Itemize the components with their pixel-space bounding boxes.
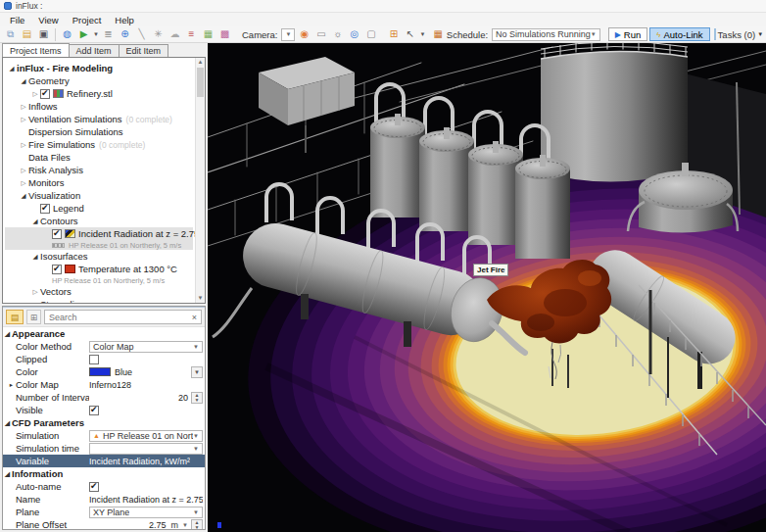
tree-item[interactable]: ▷Monitors [5, 176, 193, 189]
expander-closed-icon[interactable]: ▷ [30, 90, 40, 98]
tree-item[interactable]: ▷Risk Analysis [5, 164, 193, 176]
checkbox[interactable] [89, 355, 99, 364]
tree-item[interactable]: Data Files [5, 151, 193, 164]
expander-closed-icon[interactable]: ▷ [19, 116, 28, 123]
checkbox[interactable] [89, 406, 99, 415]
chevron-down-icon[interactable]: ▼ [182, 522, 188, 528]
categorized-view-button[interactable]: ▤ [6, 310, 24, 324]
info-icon[interactable]: ◍ [60, 27, 74, 42]
combobox[interactable]: ▲HP Release 01 on Northerl...▼ [89, 430, 203, 442]
colormap-icon[interactable]: ▩ [217, 27, 232, 42]
tree-item[interactable]: ◢Isosurfaces [5, 250, 193, 263]
property-row[interactable]: Number of Intervals20▲▼ [3, 391, 205, 404]
checkbox[interactable] [52, 229, 62, 239]
checkbox[interactable] [52, 265, 62, 274]
property-row[interactable]: NameIncident Radiation at z = 2.75 meter… [3, 493, 205, 506]
property-row[interactable]: Simulation time▼ [3, 442, 205, 455]
camera-icon[interactable]: ▭ [313, 27, 328, 42]
select-cursor-icon[interactable]: ↖ [403, 27, 417, 42]
property-row[interactable]: Simulation▲HP Release 01 on Northerl...▼ [3, 429, 205, 442]
tree-item[interactable]: Incident Radiation at z = 2.75 metersHP … [5, 227, 193, 250]
tree-item[interactable]: Legend [5, 202, 193, 215]
scroll-up-icon[interactable]: ▲ [196, 58, 205, 67]
color-swatch[interactable] [89, 367, 111, 376]
offset-value[interactable]: 2.75 [89, 520, 169, 530]
expander-closed-icon[interactable]: ▷ [19, 141, 28, 149]
property-search-input[interactable] [49, 313, 189, 322]
expander-open-icon[interactable]: ◢ [19, 192, 28, 200]
open-icon[interactable]: ▤ [20, 27, 34, 42]
expander-open-icon[interactable]: ◢ [19, 77, 28, 85]
spinner-buttons[interactable]: ▲▼ [191, 519, 203, 531]
tree-item[interactable]: ◢Contours [5, 215, 193, 227]
combobox[interactable]: Color Map▼ [89, 341, 203, 353]
cloud-icon[interactable]: ☁ [168, 27, 182, 42]
save-icon[interactable]: ▣ [36, 27, 51, 42]
property-row[interactable]: ColorBlue▼ [3, 365, 205, 378]
menu-help[interactable]: Help [109, 14, 140, 26]
tree-item[interactable]: ▷Fire Simulations(0 complete) [5, 138, 193, 151]
run-button[interactable]: ▶Run [608, 27, 648, 41]
tasks-dropdown[interactable]: Tasks (0)▼ [718, 29, 764, 40]
expander-closed-icon[interactable]: ▷ [30, 288, 40, 296]
checkbox[interactable] [40, 204, 50, 214]
tab-edit-item[interactable]: Edit Item [119, 44, 169, 57]
property-row[interactable]: ◢Information [3, 467, 205, 480]
row-expander-icon[interactable]: ▸ [7, 381, 16, 389]
tree-scrollbar[interactable]: ▲ ▼ [195, 58, 205, 303]
section-expander-icon[interactable]: ◢ [3, 330, 12, 338]
property-row[interactable]: Color MethodColor Map▼ [3, 340, 205, 353]
property-row[interactable]: PlaneXY Plane▼ [3, 506, 205, 518]
image-icon[interactable]: ▦ [201, 27, 215, 42]
tree-item[interactable]: ◢Geometry [5, 74, 193, 87]
property-row[interactable]: VariableIncident Radiation, kW/m² [3, 455, 205, 467]
menu-file[interactable]: File [4, 14, 30, 26]
property-row[interactable]: Visible [3, 404, 205, 416]
tree-item[interactable]: ▷Ventilation Simulations(0 complete) [5, 113, 193, 125]
section-expander-icon[interactable]: ◢ [3, 470, 12, 478]
chevron-down-icon[interactable]: ▼ [419, 31, 425, 37]
clear-search-icon[interactable]: × [192, 313, 197, 322]
tab-add-item[interactable]: Add Item [69, 44, 120, 57]
chevron-down-icon[interactable]: ▼ [93, 31, 99, 37]
record-icon[interactable]: ◉ [297, 27, 311, 42]
scroll-down-icon[interactable]: ▼ [196, 294, 205, 303]
fan-icon[interactable]: ✳ [151, 27, 166, 42]
tab-project-items[interactable]: Project Items [2, 43, 70, 57]
tree-item[interactable]: ▷Inflows [5, 100, 193, 113]
tree-item[interactable]: ◢Visualization [5, 189, 193, 202]
display-icon[interactable]: ▢ [363, 27, 378, 42]
tree-item[interactable]: Streamlines [5, 298, 193, 304]
aperture-icon[interactable]: ☼ [330, 27, 345, 42]
play-menu-icon[interactable]: ▶ [76, 27, 91, 42]
expander-closed-icon[interactable]: ▷ [19, 179, 28, 187]
color-dropdown-button[interactable]: ▼ [191, 366, 203, 378]
checkbox[interactable] [89, 482, 99, 492]
3d-viewport[interactable]: Jet Fire [208, 43, 766, 532]
property-row[interactable]: ▸Color MapInferno128 [3, 378, 205, 391]
spinner-buttons[interactable]: ▲▼ [191, 392, 203, 404]
property-row[interactable]: Clipped [3, 353, 205, 365]
property-row[interactable]: Plane Offset2.75m▼▲▼ [3, 518, 205, 530]
property-row[interactable]: ◢Appearance [3, 327, 205, 340]
combobox[interactable]: ▼ [89, 443, 203, 455]
expander-closed-icon[interactable]: ▷ [19, 167, 28, 174]
tree-item[interactable]: ◢inFlux - Fire Modeling [5, 62, 193, 74]
menu-project[interactable]: Project [67, 14, 108, 26]
stack-icon[interactable]: ≣ [101, 27, 116, 42]
new-project-icon[interactable]: ⧉ [3, 27, 18, 42]
expander-open-icon[interactable]: ◢ [7, 65, 17, 73]
tree-item[interactable]: Temperature at 1300 °CHP Release 01 on N… [5, 263, 193, 285]
legend-icon[interactable]: ≡ [184, 27, 199, 42]
scroll-thumb[interactable] [197, 68, 204, 97]
property-row[interactable]: Auto-name [3, 480, 205, 493]
orbit-icon[interactable]: ◎ [347, 27, 361, 42]
menu-view[interactable]: View [32, 14, 64, 26]
checkbox[interactable] [40, 89, 50, 99]
schedule-combobox[interactable]: No Simulations Running▼ [492, 28, 600, 41]
expander-closed-icon[interactable]: ▷ [19, 103, 28, 111]
line-tool-icon[interactable]: ╲ [134, 27, 149, 42]
combobox[interactable]: XY Plane▼ [89, 507, 203, 518]
scene-tree-icon[interactable]: ⊞ [386, 27, 401, 42]
alphabetical-view-button[interactable]: ⊞ [26, 310, 41, 324]
